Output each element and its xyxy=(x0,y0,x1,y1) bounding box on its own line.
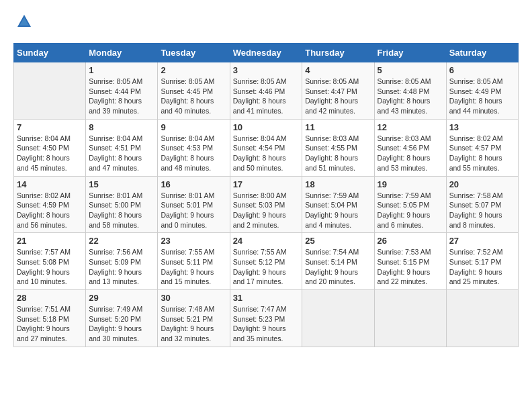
day-info: Sunrise: 8:05 AMSunset: 4:48 PMDaylight:… xyxy=(378,77,443,116)
calendar-cell: 1Sunrise: 8:05 AMSunset: 4:44 PMDaylight… xyxy=(86,62,158,120)
day-number: 5 xyxy=(378,65,443,75)
day-info: Sunrise: 8:05 AMSunset: 4:45 PMDaylight:… xyxy=(161,77,226,116)
day-header-monday: Monday xyxy=(86,44,158,62)
header-row: SundayMondayTuesdayWednesdayThursdayFrid… xyxy=(14,44,519,62)
day-info: Sunrise: 7:49 AMSunset: 5:20 PMDaylight:… xyxy=(89,304,154,344)
calendar-cell: 2Sunrise: 8:05 AMSunset: 4:45 PMDaylight… xyxy=(158,62,230,120)
day-number: 4 xyxy=(305,65,371,75)
day-number: 7 xyxy=(17,122,83,132)
day-number: 28 xyxy=(17,293,83,303)
day-info: Sunrise: 7:51 AMSunset: 5:18 PMDaylight:… xyxy=(17,304,83,344)
day-info: Sunrise: 8:01 AMSunset: 5:01 PMDaylight:… xyxy=(161,191,226,230)
day-number: 21 xyxy=(17,236,83,246)
logo-icon xyxy=(16,13,32,32)
day-info: Sunrise: 8:00 AMSunset: 5:03 PMDaylight:… xyxy=(233,191,300,230)
day-number: 17 xyxy=(233,179,300,189)
day-number: 29 xyxy=(89,293,154,303)
day-info: Sunrise: 7:53 AMSunset: 5:15 PMDaylight:… xyxy=(378,247,443,287)
week-row-4: 21Sunrise: 7:57 AMSunset: 5:08 PMDayligh… xyxy=(14,233,519,290)
day-info: Sunrise: 7:47 AMSunset: 5:23 PMDaylight:… xyxy=(233,304,300,344)
day-info: Sunrise: 7:59 AMSunset: 5:05 PMDaylight:… xyxy=(378,191,443,230)
day-number: 3 xyxy=(233,65,300,75)
calendar-cell xyxy=(302,290,374,347)
day-info: Sunrise: 8:05 AMSunset: 4:47 PMDaylight:… xyxy=(305,77,371,116)
day-number: 31 xyxy=(233,293,300,303)
week-row-5: 28Sunrise: 7:51 AMSunset: 5:18 PMDayligh… xyxy=(14,290,519,347)
day-info: Sunrise: 8:04 AMSunset: 4:54 PMDaylight:… xyxy=(233,134,300,173)
day-info: Sunrise: 7:52 AMSunset: 5:17 PMDaylight:… xyxy=(449,247,515,287)
calendar-cell: 17Sunrise: 8:00 AMSunset: 5:03 PMDayligh… xyxy=(230,176,302,233)
day-info: Sunrise: 8:04 AMSunset: 4:51 PMDaylight:… xyxy=(89,134,154,173)
calendar-cell: 12Sunrise: 8:03 AMSunset: 4:56 PMDayligh… xyxy=(374,119,446,176)
day-info: Sunrise: 8:03 AMSunset: 4:56 PMDaylight:… xyxy=(378,134,443,173)
day-number: 26 xyxy=(378,236,443,246)
day-header-thursday: Thursday xyxy=(302,44,374,62)
calendar-cell: 28Sunrise: 7:51 AMSunset: 5:18 PMDayligh… xyxy=(14,290,86,347)
day-number: 10 xyxy=(233,122,300,132)
day-header-tuesday: Tuesday xyxy=(158,44,230,62)
day-info: Sunrise: 8:05 AMSunset: 4:49 PMDaylight:… xyxy=(449,77,515,116)
day-number: 23 xyxy=(161,236,226,246)
calendar-cell: 14Sunrise: 8:02 AMSunset: 4:59 PMDayligh… xyxy=(14,176,86,233)
day-header-saturday: Saturday xyxy=(446,44,518,62)
day-number: 13 xyxy=(449,122,515,132)
calendar-cell: 25Sunrise: 7:54 AMSunset: 5:14 PMDayligh… xyxy=(302,233,374,290)
calendar-cell: 15Sunrise: 8:01 AMSunset: 5:00 PMDayligh… xyxy=(86,176,158,233)
calendar-cell: 22Sunrise: 7:56 AMSunset: 5:09 PMDayligh… xyxy=(86,233,158,290)
day-info: Sunrise: 7:55 AMSunset: 5:11 PMDaylight:… xyxy=(161,247,226,287)
week-row-1: 1Sunrise: 8:05 AMSunset: 4:44 PMDaylight… xyxy=(14,62,519,120)
calendar-cell: 29Sunrise: 7:49 AMSunset: 5:20 PMDayligh… xyxy=(86,290,158,347)
day-info: Sunrise: 8:04 AMSunset: 4:50 PMDaylight:… xyxy=(17,134,83,173)
day-header-friday: Friday xyxy=(374,44,446,62)
day-number: 16 xyxy=(161,179,226,189)
day-info: Sunrise: 7:57 AMSunset: 5:08 PMDaylight:… xyxy=(17,247,83,287)
day-header-sunday: Sunday xyxy=(14,44,86,62)
calendar-cell: 19Sunrise: 7:59 AMSunset: 5:05 PMDayligh… xyxy=(374,176,446,233)
day-number: 25 xyxy=(305,236,371,246)
calendar-cell: 24Sunrise: 7:55 AMSunset: 5:12 PMDayligh… xyxy=(230,233,302,290)
day-info: Sunrise: 7:59 AMSunset: 5:04 PMDaylight:… xyxy=(305,191,371,230)
calendar-cell xyxy=(374,290,446,347)
day-number: 14 xyxy=(17,179,83,189)
calendar-cell: 31Sunrise: 7:47 AMSunset: 5:23 PMDayligh… xyxy=(230,290,302,347)
day-number: 8 xyxy=(89,122,154,132)
day-number: 2 xyxy=(161,65,226,75)
calendar-cell: 11Sunrise: 8:03 AMSunset: 4:55 PMDayligh… xyxy=(302,119,374,176)
day-info: Sunrise: 8:02 AMSunset: 4:59 PMDaylight:… xyxy=(17,191,83,230)
calendar-cell: 9Sunrise: 8:04 AMSunset: 4:53 PMDaylight… xyxy=(158,119,230,176)
day-number: 12 xyxy=(378,122,443,132)
day-number: 19 xyxy=(378,179,443,189)
day-number: 6 xyxy=(449,65,515,75)
day-info: Sunrise: 7:48 AMSunset: 5:21 PMDaylight:… xyxy=(161,304,226,344)
calendar-cell: 5Sunrise: 8:05 AMSunset: 4:48 PMDaylight… xyxy=(374,62,446,120)
day-number: 22 xyxy=(89,236,154,246)
calendar-cell: 26Sunrise: 7:53 AMSunset: 5:15 PMDayligh… xyxy=(374,233,446,290)
day-info: Sunrise: 8:04 AMSunset: 4:53 PMDaylight:… xyxy=(161,134,226,173)
week-row-2: 7Sunrise: 8:04 AMSunset: 4:50 PMDaylight… xyxy=(14,119,519,176)
day-number: 18 xyxy=(305,179,371,189)
calendar-cell: 4Sunrise: 8:05 AMSunset: 4:47 PMDaylight… xyxy=(302,62,374,120)
calendar-cell: 7Sunrise: 8:04 AMSunset: 4:50 PMDaylight… xyxy=(14,119,86,176)
day-number: 9 xyxy=(161,122,226,132)
calendar-cell: 18Sunrise: 7:59 AMSunset: 5:04 PMDayligh… xyxy=(302,176,374,233)
calendar-cell: 21Sunrise: 7:57 AMSunset: 5:08 PMDayligh… xyxy=(14,233,86,290)
calendar-cell: 30Sunrise: 7:48 AMSunset: 5:21 PMDayligh… xyxy=(158,290,230,347)
calendar-cell: 20Sunrise: 7:58 AMSunset: 5:07 PMDayligh… xyxy=(446,176,518,233)
calendar-cell: 8Sunrise: 8:04 AMSunset: 4:51 PMDaylight… xyxy=(86,119,158,176)
day-info: Sunrise: 7:54 AMSunset: 5:14 PMDaylight:… xyxy=(305,247,371,287)
day-info: Sunrise: 8:03 AMSunset: 4:55 PMDaylight:… xyxy=(305,134,371,173)
calendar-cell: 6Sunrise: 8:05 AMSunset: 4:49 PMDaylight… xyxy=(446,62,518,120)
day-info: Sunrise: 8:01 AMSunset: 5:00 PMDaylight:… xyxy=(89,191,154,230)
day-info: Sunrise: 8:05 AMSunset: 4:46 PMDaylight:… xyxy=(233,77,300,116)
week-row-3: 14Sunrise: 8:02 AMSunset: 4:59 PMDayligh… xyxy=(14,176,519,233)
day-number: 20 xyxy=(449,179,515,189)
calendar-cell: 23Sunrise: 7:55 AMSunset: 5:11 PMDayligh… xyxy=(158,233,230,290)
calendar-cell: 10Sunrise: 8:04 AMSunset: 4:54 PMDayligh… xyxy=(230,119,302,176)
calendar-cell: 16Sunrise: 8:01 AMSunset: 5:01 PMDayligh… xyxy=(158,176,230,233)
day-info: Sunrise: 8:05 AMSunset: 4:44 PMDaylight:… xyxy=(89,77,154,116)
header xyxy=(13,13,519,32)
calendar-cell xyxy=(14,62,86,120)
day-header-wednesday: Wednesday xyxy=(230,44,302,62)
day-number: 11 xyxy=(305,122,371,132)
calendar-cell xyxy=(446,290,518,347)
